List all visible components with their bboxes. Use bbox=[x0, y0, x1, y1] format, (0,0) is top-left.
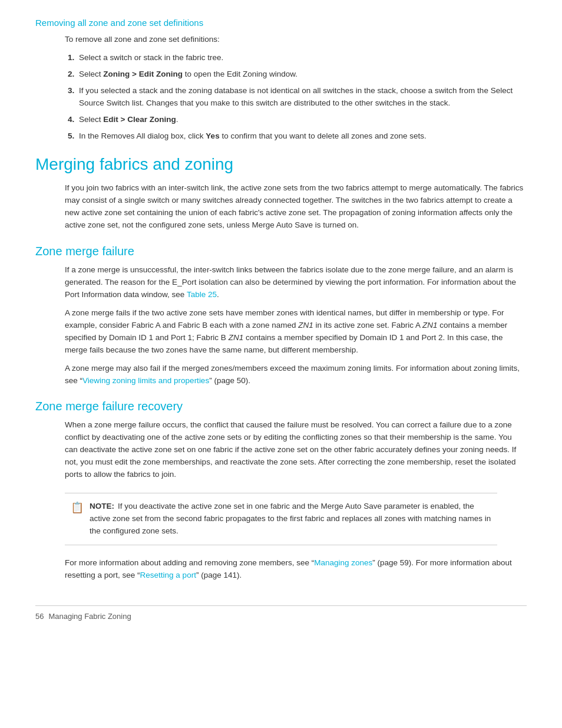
note-label: NOTE: bbox=[90, 502, 114, 510]
step-5-before: In the Removes All dialog box, click bbox=[79, 131, 206, 140]
step-2-bold: Zoning > Edit Zoning bbox=[103, 70, 183, 78]
section4-body: When a zone merge failure occurs, the co… bbox=[65, 419, 527, 481]
section3-para3: A zone merge may also fail if the merged… bbox=[65, 363, 527, 387]
step-4-bold: Edit > Clear Zoning bbox=[103, 115, 176, 124]
step-5-after: to confirm that you want to delete all z… bbox=[220, 131, 427, 140]
footer-para-block: For more information about adding and re… bbox=[65, 557, 527, 582]
note-box: 📋 NOTE:If you deactivate the active zone… bbox=[65, 493, 497, 545]
step-5: In the Removes All dialog box, click Yes… bbox=[77, 130, 527, 143]
section3-para1-end: . bbox=[217, 290, 219, 299]
step-2-after: to open the Edit Zoning window. bbox=[183, 70, 297, 78]
step-2: Select Zoning > Edit Zoning to open the … bbox=[77, 68, 527, 81]
section3-content: If a zone merge is unsuccessful, the int… bbox=[65, 264, 527, 387]
step-3: If you selected a stack and the zoning d… bbox=[77, 85, 527, 110]
step-4: Select Edit > Clear Zoning. bbox=[77, 114, 527, 126]
section1-heading: Removing all zone and zone set definitio… bbox=[35, 18, 527, 28]
section3-para2-mid: in its active zone set. Fabric A bbox=[313, 321, 422, 330]
footer-para-before: For more information about adding and re… bbox=[65, 558, 314, 567]
section4-content: When a zone merge failure occurs, the co… bbox=[65, 419, 527, 481]
note-content: NOTE:If you deactivate the active zone s… bbox=[90, 500, 491, 538]
section4-heading: Zone merge failure recovery bbox=[35, 400, 527, 413]
step-4-before: Select bbox=[79, 115, 103, 124]
footer-page-number: 56 bbox=[35, 612, 44, 621]
section1-content: To remove all zone and zone set definiti… bbox=[65, 34, 527, 142]
section2-content: If you join two fabrics with an inter-sw… bbox=[65, 182, 527, 232]
step-1: Select a switch or stack in the fabric t… bbox=[77, 52, 527, 64]
section3-para2: A zone merge fails if the two active zon… bbox=[65, 307, 527, 357]
section1-intro: To remove all zone and zone set definiti… bbox=[65, 34, 527, 46]
step-4-after: . bbox=[176, 115, 178, 124]
page-footer: 56 Managing Fabric Zoning bbox=[35, 605, 527, 621]
section1-steps: Select a switch or stack in the fabric t… bbox=[77, 52, 527, 143]
step-3-text: If you selected a stack and the zoning d… bbox=[79, 86, 513, 107]
section3-para3-end: ” (page 50). bbox=[209, 376, 250, 385]
section2-heading: Merging fabrics and zoning bbox=[35, 155, 527, 174]
step-2-before: Select bbox=[79, 70, 103, 78]
section3-italic3: ZN1 bbox=[229, 333, 244, 342]
section3-italic1: ZN1 bbox=[298, 321, 313, 330]
section2-body: If you join two fabrics with an inter-sw… bbox=[65, 182, 527, 232]
note-text: If you deactivate the active zone set in… bbox=[90, 502, 491, 535]
note-icon: 📋 bbox=[71, 501, 84, 514]
footer-section-label: Managing Fabric Zoning bbox=[48, 612, 131, 621]
resetting-port-link[interactable]: Resetting a port bbox=[140, 571, 196, 579]
step-1-text: Select a switch or stack in the fabric t… bbox=[79, 53, 223, 62]
footer-left: 56 Managing Fabric Zoning bbox=[35, 612, 131, 621]
footer-para-end: ” (page 141). bbox=[196, 571, 242, 579]
zoning-limits-link[interactable]: Viewing zoning limits and properties bbox=[82, 376, 209, 385]
footer-para: For more information about adding and re… bbox=[65, 557, 527, 582]
section3-para1: If a zone merge is unsuccessful, the int… bbox=[65, 264, 527, 301]
section3-para1-before: If a zone merge is unsuccessful, the int… bbox=[65, 265, 516, 299]
section3-heading: Zone merge failure bbox=[35, 245, 527, 258]
managing-zones-link[interactable]: Managing zones bbox=[314, 558, 372, 567]
section3-italic2: ZN1 bbox=[422, 321, 438, 330]
step-5-bold: Yes bbox=[206, 131, 219, 140]
table25-link[interactable]: Table 25 bbox=[187, 290, 217, 299]
